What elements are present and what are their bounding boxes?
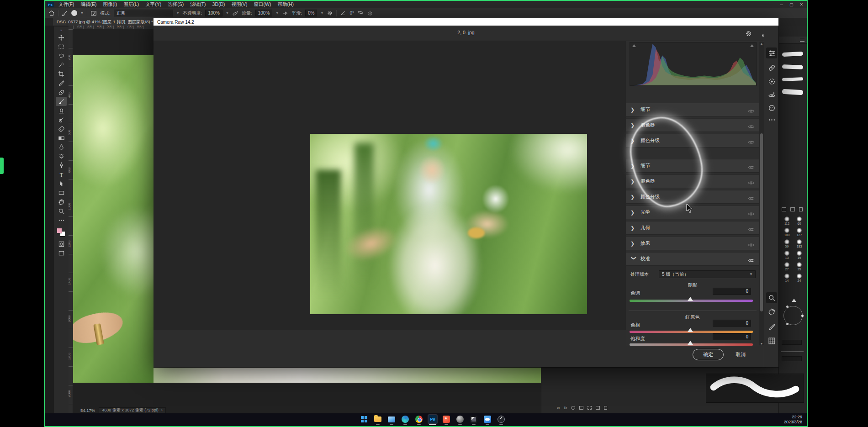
- eye-icon[interactable]: [748, 210, 755, 215]
- brush-preset[interactable]: 13: [784, 251, 789, 259]
- layer-effects-icon[interactable]: fx: [564, 406, 567, 410]
- eye-icon[interactable]: [748, 257, 755, 262]
- tint-slider[interactable]: [630, 300, 753, 302]
- brush-stroke-preview[interactable]: [782, 89, 804, 95]
- link-layers-icon[interactable]: ∞: [557, 406, 560, 410]
- status-zoom-level[interactable]: 54.17%: [80, 408, 95, 413]
- camera-raw-preview[interactable]: 适应（47%） 30% ▼: [153, 41, 626, 330]
- tool-marquee[interactable]: [56, 42, 67, 51]
- home-icon[interactable]: [48, 10, 55, 16]
- menu-image[interactable]: 图像(I): [103, 1, 117, 8]
- brush-stroke-preview[interactable]: [782, 77, 803, 81]
- brush-stroke-preview[interactable]: [782, 64, 803, 69]
- brush-preset[interactable]: 35: [797, 262, 802, 271]
- vertical-ruler[interactable]: 200 400 600 800 1000 1200 1400 1600 1800…: [69, 29, 73, 413]
- delete-layer-icon[interactable]: [604, 406, 607, 410]
- tool-eraser[interactable]: [56, 124, 67, 133]
- brush-preset[interactable]: 127: [797, 228, 802, 237]
- panel-row-detail[interactable]: ❯ 细节: [626, 103, 759, 116]
- red-eye-tool-icon[interactable]: [766, 90, 777, 100]
- brush-preset[interactable]: 27: [784, 262, 789, 271]
- brush-preset[interactable]: 59: [784, 239, 789, 248]
- histogram[interactable]: [630, 42, 757, 86]
- blue-cloud-app-icon[interactable]: [482, 414, 492, 424]
- chevron-down-icon[interactable]: ▼: [275, 11, 279, 15]
- menu-layer[interactable]: 图层(L): [123, 1, 139, 8]
- eye-icon[interactable]: [748, 241, 755, 246]
- slider-thumb[interactable]: [688, 328, 693, 332]
- camera-raw-titlebar[interactable]: Camera Raw 14.2: [153, 18, 778, 26]
- brush-preset-preview[interactable]: [71, 10, 77, 16]
- process-version-select[interactable]: 5 版（当前） ▼: [659, 270, 756, 278]
- brush-preset[interactable]: 19: [797, 251, 802, 259]
- panel-row-effects[interactable]: ❯ 效果: [626, 237, 759, 250]
- chrome-icon[interactable]: [414, 414, 424, 424]
- eye-icon[interactable]: [748, 163, 755, 169]
- tool-zoom[interactable]: [56, 206, 67, 216]
- chevron-down-icon[interactable]: ▼: [226, 11, 229, 15]
- color-value-field[interactable]: [782, 356, 802, 361]
- panel-scrollbar[interactable]: ▲ ▼: [759, 42, 764, 345]
- foreground-color-swatch[interactable]: [57, 228, 62, 233]
- maximize-button[interactable]: ▢: [789, 1, 794, 8]
- smoothing-field[interactable]: 0%: [305, 10, 317, 16]
- menu-help[interactable]: 帮助(H): [278, 1, 294, 8]
- brush-preset[interactable]: 183: [797, 239, 802, 248]
- chevron-down-icon[interactable]: ▼: [320, 11, 323, 15]
- brush-preset[interactable]: 24: [797, 274, 802, 282]
- edit-toolbar-icon[interactable]: [56, 216, 67, 225]
- hand-tool-icon[interactable]: [766, 306, 777, 317]
- flow-field[interactable]: 100%: [255, 10, 273, 16]
- slider-thumb[interactable]: [688, 341, 693, 345]
- menu-window[interactable]: 窗口(W): [254, 1, 271, 8]
- panel-row-geometry[interactable]: ❯ 几何: [626, 221, 759, 235]
- photoshop-taskbar-icon[interactable]: Ps: [428, 414, 438, 424]
- healing-tool-icon[interactable]: [766, 62, 777, 73]
- new-brush-icon[interactable]: [790, 207, 795, 211]
- airbrush-icon[interactable]: [282, 10, 288, 16]
- saturation-value-field[interactable]: 0: [713, 333, 751, 340]
- settings-gear-icon[interactable]: [744, 29, 753, 38]
- tool-type[interactable]: T: [56, 170, 67, 179]
- tool-lasso[interactable]: [56, 51, 67, 60]
- document-tab[interactable]: DSC_0677.jpg @ 41% (图层 1 拷贝, 图层蒙版/8) * ×: [53, 18, 163, 26]
- adjustment-layer-icon[interactable]: [579, 406, 583, 410]
- photos-app-icon[interactable]: [386, 414, 397, 424]
- brush-stroke-preview[interactable]: [782, 52, 803, 57]
- quick-mask-icon[interactable]: [56, 239, 67, 248]
- hue-value-field[interactable]: 0: [713, 320, 751, 327]
- eye-icon[interactable]: [748, 138, 755, 143]
- brush-tool-icon[interactable]: [62, 10, 68, 16]
- tool-quick-select[interactable]: [56, 60, 67, 69]
- new-group-icon[interactable]: [587, 406, 592, 410]
- smoothing-gear-icon[interactable]: [327, 10, 333, 16]
- menu-edit[interactable]: 编辑(E): [80, 1, 96, 8]
- tool-blur[interactable]: [56, 142, 67, 152]
- status-doc-size[interactable]: 4608 像素 x 3072 像素 (72 ppi)›: [99, 407, 166, 413]
- zoom-tool-icon[interactable]: [766, 292, 777, 303]
- close-button[interactable]: ✕: [799, 1, 803, 8]
- panel-menu-icon[interactable]: [800, 39, 804, 42]
- recorder-indicator[interactable]: [0, 158, 4, 174]
- scrollbar-thumb[interactable]: [760, 133, 763, 311]
- collapse-toolbar-icon[interactable]: »: [60, 28, 62, 33]
- edge-icon[interactable]: [400, 414, 410, 424]
- chevron-down-icon[interactable]: ▼: [176, 11, 180, 15]
- symmetry-icon[interactable]: [367, 10, 373, 16]
- tool-brush[interactable]: [56, 97, 67, 106]
- eye-icon[interactable]: [748, 226, 755, 231]
- color-slider[interactable]: [781, 351, 804, 352]
- menu-select[interactable]: 选择(S): [168, 1, 184, 8]
- brush-preset[interactable]: 14: [784, 274, 789, 282]
- sphere-app-icon[interactable]: [455, 414, 465, 424]
- tool-eyedropper[interactable]: [56, 79, 67, 88]
- hue-slider[interactable]: [630, 331, 753, 333]
- pressure-size-icon[interactable]: [357, 10, 364, 16]
- pressure-opacity-icon[interactable]: [232, 10, 238, 16]
- brush-preset[interactable]: 112: [784, 216, 789, 225]
- tool-gradient[interactable]: [56, 133, 67, 142]
- menu-type[interactable]: 文字(Y): [145, 1, 161, 8]
- tool-healing-brush[interactable]: [56, 88, 67, 97]
- tool-pen[interactable]: [56, 161, 67, 170]
- panel-row-calibration[interactable]: ❯ 校准: [626, 252, 759, 266]
